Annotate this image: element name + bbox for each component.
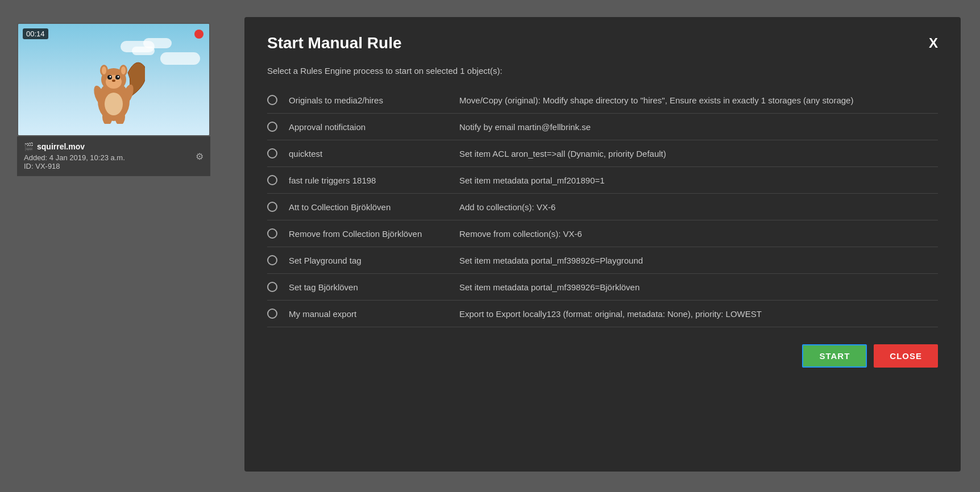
close-button[interactable]: CLOSE	[874, 344, 938, 368]
rule-description: Notify by email martin@fellbrink.se	[459, 122, 938, 132]
rule-row: fast rule triggers 18198Set item metadat…	[267, 167, 938, 194]
rule-description: Move/Copy (original): Modify shape direc…	[459, 95, 938, 105]
rule-name: Set tag Björklöven	[289, 282, 448, 292]
left-panel: 00:14 🎬 squirrel.mov Added: 4 Jan 2019, …	[17, 23, 210, 176]
rule-name: Originals to media2/hires	[289, 95, 448, 105]
asset-id: ID: VX-918	[24, 162, 125, 170]
squirrel-image	[82, 44, 145, 124]
rule-radio-5[interactable]	[267, 228, 277, 239]
rule-description: Set item ACL aron_test=>all (Dynamic, pr…	[459, 149, 938, 159]
rule-description: Remove from collection(s): VX-6	[459, 229, 938, 239]
rule-name: Approval notifictaion	[289, 122, 448, 132]
rule-row: Set Playground tagSet item metadata port…	[267, 247, 938, 274]
rule-row: Originals to media2/hiresMove/Copy (orig…	[267, 87, 938, 114]
rule-radio-4[interactable]	[267, 202, 277, 212]
rule-name: My manual export	[289, 309, 448, 319]
rule-radio-7[interactable]	[267, 282, 277, 292]
rule-radio-1[interactable]	[267, 122, 277, 132]
rule-name: Remove from Collection Björklöven	[289, 229, 448, 239]
svg-point-5	[110, 76, 111, 78]
svg-point-9	[102, 66, 106, 74]
rule-row: Att to Collection BjröklövenAdd to colle…	[267, 194, 938, 220]
rule-radio-2[interactable]	[267, 148, 277, 159]
svg-point-7	[112, 80, 115, 82]
filename-text: squirrel.mov	[37, 142, 85, 151]
modal-title: Start Manual Rule	[267, 34, 401, 52]
added-date: Added: 4 Jan 2019, 10:23 a.m.	[24, 153, 125, 162]
rule-name: fast rule triggers 18198	[289, 176, 448, 185]
rule-radio-6[interactable]	[267, 255, 277, 265]
video-info-bar: 🎬 squirrel.mov Added: 4 Jan 2019, 10:23 …	[17, 136, 210, 176]
modal-dialog: Start Manual Rule X Select a Rules Engin…	[244, 17, 961, 472]
rule-name: Set Playground tag	[289, 256, 448, 265]
rules-list: Originals to media2/hiresMove/Copy (orig…	[267, 87, 938, 327]
rule-row: quicktestSet item ACL aron_test=>all (Dy…	[267, 140, 938, 167]
rule-radio-8[interactable]	[267, 308, 277, 319]
modal-footer: START CLOSE	[267, 344, 938, 368]
rule-description: Set item metadata portal_mf398926=Playgr…	[459, 256, 938, 265]
video-meta: 🎬 squirrel.mov Added: 4 Jan 2019, 10:23 …	[24, 142, 125, 170]
svg-point-11	[121, 66, 126, 74]
video-timestamp: 00:14	[23, 28, 48, 39]
start-button[interactable]: START	[802, 344, 867, 368]
film-icon: 🎬	[24, 142, 34, 151]
rule-name: quicktest	[289, 149, 448, 159]
video-filename: 🎬 squirrel.mov	[24, 142, 125, 151]
settings-icon[interactable]: ⚙	[196, 151, 204, 162]
svg-point-16	[105, 93, 123, 115]
rule-radio-0[interactable]	[267, 95, 277, 105]
rule-radio-3[interactable]	[267, 175, 277, 185]
svg-point-6	[118, 76, 119, 78]
modal-header: Start Manual Rule X	[267, 34, 938, 52]
modal-subtitle: Select a Rules Engine process to start o…	[267, 66, 938, 76]
rule-description: Export to Export locally123 (format: ori…	[459, 309, 938, 319]
rule-row: My manual exportExport to Export locally…	[267, 301, 938, 327]
rule-description: Set item metadata portal_mf398926=Björkl…	[459, 282, 938, 292]
rule-description: Add to collection(s): VX-6	[459, 202, 938, 212]
rule-description: Set item metadata portal_mf201890=1	[459, 176, 938, 185]
modal-close-button[interactable]: X	[929, 35, 938, 51]
rule-name: Att to Collection Bjröklöven	[289, 202, 448, 212]
rule-row: Set tag BjörklövenSet item metadata port…	[267, 274, 938, 301]
rule-row: Approval notifictaionNotify by email mar…	[267, 114, 938, 140]
rule-row: Remove from Collection BjörklövenRemove …	[267, 220, 938, 247]
recording-dot	[194, 30, 204, 39]
video-thumbnail: 00:14	[17, 23, 210, 136]
